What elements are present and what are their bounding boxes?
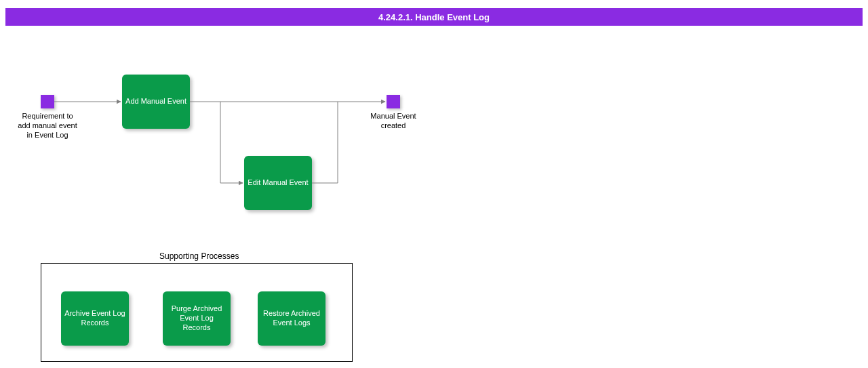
process-add-manual-event: Add Manual Event	[122, 75, 190, 129]
end-event-node	[387, 95, 400, 108]
end-event-label: Manual Event created	[363, 112, 424, 131]
process-edit-manual-event: Edit Manual Event	[244, 156, 312, 210]
process-purge-archived-event-log-records-label: Purge Archived Event Log Records	[165, 304, 228, 332]
start-event-node	[41, 95, 54, 108]
start-event-label: Requirement to add manual event in Event…	[17, 112, 78, 140]
process-restore-archived-event-logs: Restore Archived Event Logs	[258, 291, 326, 346]
page-title: 4.24.2.1. Handle Event Log	[378, 12, 490, 22]
process-archive-event-log-records: Archive Event Log Records	[61, 291, 129, 346]
diagram-canvas: 4.24.2.1. Handle Event Log Requirement t…	[0, 0, 868, 368]
process-edit-manual-event-label: Edit Manual Event	[248, 178, 308, 188]
page-title-bar: 4.24.2.1. Handle Event Log	[5, 8, 863, 26]
process-restore-archived-event-logs-label: Restore Archived Event Logs	[260, 309, 323, 328]
process-archive-event-log-records-label: Archive Event Log Records	[64, 309, 126, 328]
process-purge-archived-event-log-records: Purge Archived Event Log Records	[163, 291, 231, 346]
supporting-processes-title: Supporting Processes	[159, 251, 239, 261]
process-add-manual-event-label: Add Manual Event	[125, 97, 186, 106]
